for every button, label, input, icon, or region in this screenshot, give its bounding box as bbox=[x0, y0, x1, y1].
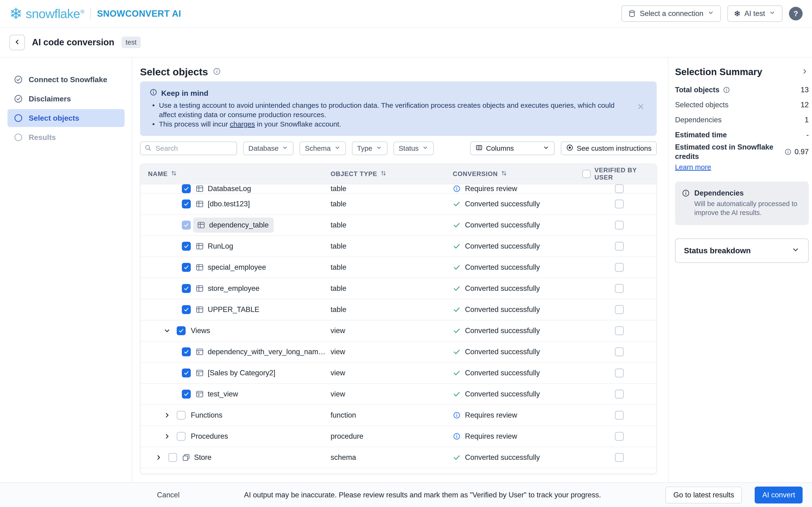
table-icon bbox=[196, 242, 204, 250]
help-button[interactable]: ? bbox=[789, 7, 803, 20]
verified-cell bbox=[582, 305, 656, 314]
conversion-cell: Converted successfully bbox=[453, 327, 582, 335]
columns-button[interactable]: Columns bbox=[470, 142, 555, 155]
verified-checkbox[interactable] bbox=[615, 263, 624, 272]
sidebar-items: Connect to SnowflakeDisclaimersSelect ob… bbox=[7, 71, 124, 146]
select-connection-button[interactable]: Select a connection bbox=[621, 5, 721, 22]
row-checkbox[interactable] bbox=[177, 432, 186, 441]
schema-filter-dropdown[interactable]: Schema bbox=[300, 142, 346, 155]
conversion-cell: Converted successfully bbox=[453, 348, 582, 356]
conversion-status-label: Converted successfully bbox=[465, 327, 540, 335]
conversion-cell: Converted successfully bbox=[453, 390, 582, 398]
row-checkbox[interactable] bbox=[182, 242, 191, 251]
banner-close-button[interactable] bbox=[635, 102, 646, 112]
row-checkbox[interactable] bbox=[182, 347, 191, 356]
verified-select-all-checkbox[interactable] bbox=[582, 170, 591, 178]
go-to-latest-results-button[interactable]: Go to latest results bbox=[665, 487, 742, 504]
expand-group-button[interactable] bbox=[163, 411, 171, 419]
success-check-icon bbox=[453, 242, 461, 250]
column-header-conversion[interactable]: CONVERSION bbox=[453, 170, 582, 178]
chevron-down-icon bbox=[769, 9, 776, 18]
banner-bullet: • Use a testing account to avoid uninten… bbox=[152, 101, 626, 119]
search-input[interactable] bbox=[155, 144, 233, 153]
chevron-right-icon bbox=[801, 67, 809, 76]
database-filter-dropdown[interactable]: Database bbox=[243, 142, 294, 155]
row-checkbox[interactable] bbox=[182, 284, 191, 293]
verified-cell bbox=[582, 390, 656, 399]
verified-checkbox[interactable] bbox=[615, 184, 624, 193]
column-header-object-type[interactable]: OBJECT TYPE bbox=[331, 170, 453, 178]
sort-icon[interactable] bbox=[170, 170, 177, 178]
banner-bullet-text: This process will incur charges in your … bbox=[159, 119, 341, 129]
verified-cell bbox=[582, 411, 656, 420]
page: ❄ snowflake ® SNOWCONVERT AI Select a co… bbox=[0, 0, 812, 507]
row-checkbox[interactable] bbox=[182, 369, 191, 378]
info-icon bbox=[453, 432, 461, 440]
sidebar-item-select-objects[interactable]: Select objects bbox=[7, 109, 124, 127]
row-checkbox[interactable] bbox=[182, 390, 191, 399]
verified-checkbox[interactable] bbox=[615, 369, 624, 378]
cancel-button[interactable]: Cancel bbox=[157, 491, 180, 499]
steps-sidebar: Connect to SnowflakeDisclaimersSelect ob… bbox=[0, 58, 132, 482]
row-checkbox[interactable] bbox=[177, 411, 186, 420]
type-filter-dropdown[interactable]: Type bbox=[352, 142, 388, 155]
titlebar: AI code conversion test bbox=[0, 28, 812, 58]
info-icon[interactable] bbox=[213, 67, 221, 76]
info-icon[interactable] bbox=[723, 86, 730, 94]
row-checkbox[interactable] bbox=[182, 305, 191, 314]
product-name: SNOWCONVERT AI bbox=[97, 9, 181, 19]
verified-checkbox[interactable] bbox=[615, 242, 624, 251]
chevron-down-icon bbox=[376, 144, 382, 153]
learn-more-link[interactable]: Learn more bbox=[675, 163, 711, 171]
project-menu-button[interactable]: ❄ AI test bbox=[727, 5, 782, 22]
sidebar-item-connect-to-snowflake[interactable]: Connect to Snowflake bbox=[7, 71, 124, 89]
verified-cell bbox=[582, 221, 656, 230]
row-checkbox[interactable] bbox=[182, 200, 191, 209]
project-menu-label: AI test bbox=[744, 9, 765, 18]
object-name: special_employee bbox=[208, 263, 266, 272]
view-icon bbox=[196, 369, 204, 377]
name-cell: store_employee bbox=[141, 284, 331, 293]
sidebar-item-disclaimers[interactable]: Disclaimers bbox=[7, 90, 124, 108]
success-check-icon bbox=[453, 305, 461, 314]
banner-bullets: • Use a testing account to avoid uninten… bbox=[149, 101, 626, 129]
row-checkbox[interactable] bbox=[177, 326, 186, 335]
collapse-group-button[interactable] bbox=[163, 327, 171, 335]
status-breakdown-toggle[interactable]: Status breakdown bbox=[675, 238, 809, 263]
conversion-status-label: Converted successfully bbox=[465, 348, 540, 356]
verified-checkbox[interactable] bbox=[615, 284, 624, 293]
charges-link[interactable]: charges bbox=[230, 120, 255, 128]
verified-cell bbox=[582, 326, 656, 335]
object-name: test_view bbox=[208, 390, 238, 398]
verified-checkbox[interactable] bbox=[615, 200, 624, 209]
filters-row: DatabaseSchemaTypeStatus Columns bbox=[140, 142, 657, 155]
table-row: UPPER_TABLEtableConverted successfully bbox=[141, 299, 656, 320]
sort-icon[interactable] bbox=[380, 170, 387, 178]
row-checkbox[interactable] bbox=[168, 453, 177, 462]
sort-icon[interactable] bbox=[501, 170, 507, 178]
object-type-cell: function bbox=[331, 411, 453, 419]
expand-group-button[interactable] bbox=[155, 453, 163, 461]
info-icon[interactable] bbox=[784, 148, 792, 156]
summary-header[interactable]: Selection Summary bbox=[675, 66, 809, 78]
custom-instructions-button[interactable]: See custom instructions bbox=[561, 142, 657, 155]
object-type-cell: table bbox=[331, 284, 453, 293]
verified-checkbox[interactable] bbox=[615, 347, 624, 356]
verified-checkbox[interactable] bbox=[615, 221, 624, 230]
row-checkbox[interactable] bbox=[182, 263, 191, 272]
verified-checkbox[interactable] bbox=[615, 305, 624, 314]
row-checkbox[interactable] bbox=[182, 184, 191, 193]
verified-checkbox[interactable] bbox=[615, 411, 624, 420]
filter-dropdowns: DatabaseSchemaTypeStatus bbox=[243, 142, 434, 155]
table-row: ProceduresprocedureRequires review bbox=[141, 426, 656, 447]
expand-group-button[interactable] bbox=[163, 432, 171, 440]
verified-checkbox[interactable] bbox=[615, 326, 624, 335]
back-button[interactable] bbox=[9, 35, 25, 50]
ai-convert-button[interactable]: AI convert bbox=[755, 487, 803, 504]
conversion-status-label: Requires review bbox=[465, 432, 517, 441]
verified-checkbox[interactable] bbox=[615, 453, 624, 462]
status-filter-dropdown[interactable]: Status bbox=[394, 142, 434, 155]
verified-checkbox[interactable] bbox=[615, 432, 624, 441]
verified-checkbox[interactable] bbox=[615, 390, 624, 399]
column-header-name[interactable]: NAME bbox=[141, 170, 331, 178]
